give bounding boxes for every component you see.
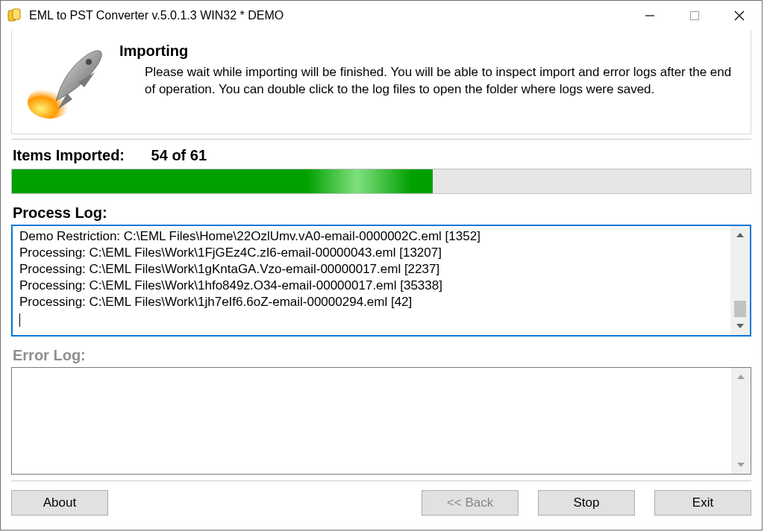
error-log-label: Error Log: bbox=[13, 347, 751, 364]
titlebar: EML to PST Converter v.5.0.1.3 WIN32 * D… bbox=[1, 1, 762, 31]
header-title: Importing bbox=[119, 43, 737, 60]
svg-point-7 bbox=[86, 59, 92, 65]
app-window: EML to PST Converter v.5.0.1.3 WIN32 * D… bbox=[0, 0, 763, 531]
maximize-button bbox=[672, 1, 717, 31]
app-icon bbox=[7, 7, 23, 24]
footer-separator bbox=[11, 481, 751, 481]
text-caret bbox=[19, 313, 20, 327]
status-label: Items Imported: bbox=[13, 147, 125, 163]
header-panel: Importing Please wait while importing wi… bbox=[11, 31, 751, 134]
stop-button[interactable]: Stop bbox=[538, 490, 635, 516]
close-button[interactable] bbox=[717, 1, 762, 31]
window-title: EML to PST Converter v.5.0.1.3 WIN32 * D… bbox=[29, 9, 284, 22]
header-text: Importing Please wait while importing wi… bbox=[112, 41, 737, 123]
scroll-up-icon[interactable] bbox=[737, 371, 745, 383]
scroll-up-icon[interactable] bbox=[736, 229, 744, 241]
progress-fill bbox=[12, 169, 433, 193]
window-controls bbox=[627, 1, 762, 31]
about-button[interactable]: About bbox=[11, 490, 108, 516]
process-log-label: Process Log: bbox=[13, 204, 751, 222]
exit-button[interactable]: Exit bbox=[654, 490, 751, 516]
status-count: 54 of 61 bbox=[151, 147, 207, 163]
scroll-down-icon[interactable] bbox=[736, 320, 744, 332]
minimize-button[interactable] bbox=[627, 1, 672, 31]
scroll-thumb[interactable] bbox=[734, 301, 746, 317]
header-description: Please wait while importing will be fini… bbox=[145, 64, 737, 98]
content-area: Importing Please wait while importing wi… bbox=[1, 31, 762, 530]
error-log-box[interactable] bbox=[11, 367, 751, 475]
error-log-scrollbar[interactable] bbox=[731, 368, 751, 474]
button-row: About << Back Stop Exit bbox=[11, 490, 751, 526]
scroll-down-icon[interactable] bbox=[737, 459, 745, 471]
svg-rect-1 bbox=[13, 9, 20, 19]
svg-rect-3 bbox=[691, 12, 699, 20]
process-log-content: Demo Restriction: C:\EML Files\Home\22Oz… bbox=[19, 228, 746, 310]
status-line: Items Imported: 54 of 61 bbox=[13, 147, 751, 164]
process-log-box[interactable]: Demo Restriction: C:\EML Files\Home\22Oz… bbox=[11, 225, 751, 337]
rocket-icon bbox=[22, 41, 112, 123]
progress-bar bbox=[11, 169, 751, 194]
back-button: << Back bbox=[422, 490, 519, 516]
separator bbox=[11, 139, 751, 140]
process-log-scrollbar[interactable] bbox=[730, 226, 750, 335]
